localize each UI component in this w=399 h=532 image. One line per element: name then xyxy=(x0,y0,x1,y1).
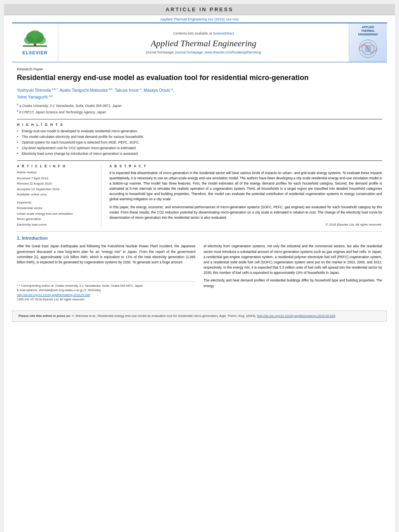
intro-col2-para2: The electricity and heat demand profiles… xyxy=(204,278,382,288)
article-history-label: Article history: xyxy=(17,170,95,174)
intro-right-col: of electricity from cogeneration systems… xyxy=(204,244,382,302)
journal-thumb: APPLIEDTHERMALENGINEERING xyxy=(349,23,387,62)
footnote-email: E-mail address: shimoda@see.eng.osaka-u.… xyxy=(17,288,195,292)
sciencedirect-link[interactable]: ScienceDirect xyxy=(213,31,234,35)
doi-line: Applied Thermal Engineering xxx (2016) x… xyxy=(4,15,395,23)
abstract-title: A B S T R A C T xyxy=(109,164,382,168)
article-info-title: A R T I C L E I N F O xyxy=(17,164,95,168)
intro-title: 1. Introduction xyxy=(17,236,382,240)
citation-doi-link[interactable]: http://dx.doi.org/10.1016/j.applthermale… xyxy=(257,314,335,318)
research-paper-label: Research Paper xyxy=(17,67,382,71)
intro-col1-para1: After the Great East Japan Earthquake an… xyxy=(17,244,195,265)
keywords-list: Residential sector Urban-scale energy en… xyxy=(17,205,95,227)
introduction-section: 1. Introduction After the Great East Jap… xyxy=(17,231,382,302)
contents-line: Contents lists available at ScienceDirec… xyxy=(173,31,234,35)
highlight-item: This model calculates electricity and he… xyxy=(17,135,382,140)
highlights-section: H I G H L I G H T S Energy end-use model… xyxy=(17,119,382,156)
abstract-text: It is expected that dissemination of mic… xyxy=(109,170,382,221)
abstract-col: A B S T R A C T It is expected that diss… xyxy=(109,164,382,228)
svg-point-4 xyxy=(29,30,41,38)
article-info-col: A R T I C L E I N F O Article history: R… xyxy=(17,164,101,228)
elsevier-tree-icon xyxy=(21,30,49,49)
svg-rect-5 xyxy=(34,44,36,46)
aip-banner: ARTICLE IN PRESS xyxy=(4,4,395,15)
affiliations: a a Osaka University, 2-1 Yamadaoka, Sui… xyxy=(17,103,382,115)
info-abstract-cols: A R T I C L E I N F O Article history: R… xyxy=(17,160,382,228)
highlight-item: City-level replacement cost for CO2 opti… xyxy=(17,146,382,151)
thumb-title: APPLIEDTHERMALENGINEERING xyxy=(358,25,378,36)
article-dates: Received 7 April 2016 Revised 22 August … xyxy=(17,176,95,197)
intro-col2-para1: of electricity from cogeneration systems… xyxy=(204,244,382,275)
keywords-title: Keywords: xyxy=(17,201,95,204)
main-content: Research Paper Residential energy end-us… xyxy=(4,62,395,306)
footnote-section: * * Corresponding author at: Osaka Unive… xyxy=(17,281,195,302)
expected-word: expected xyxy=(40,260,54,264)
journal-center: Contents lists available at ScienceDirec… xyxy=(58,23,349,62)
copyright-line: © 2016 Elsevier Ltd. All rights reserved… xyxy=(109,223,382,226)
journal-homepage: journal homepage: journal homepage: www.… xyxy=(146,50,261,54)
authors-line: Yoshiyuki Shimoda a,b,*, Ayako Taniguchi… xyxy=(17,87,382,101)
highlights-list: Energy end-use model is developed to eva… xyxy=(17,129,382,156)
citation-bar: Please cite this article in press as: Y.… xyxy=(12,310,387,322)
thumb-graphic-icon xyxy=(354,38,382,60)
doi-text: Applied Thermal Engineering xxx (2016) x… xyxy=(160,17,239,21)
footnote-doi1: http://dx.doi.org/10.1016/j.applthermale… xyxy=(17,293,195,297)
highlight-item: Optimal system for each household type i… xyxy=(17,140,382,145)
footnote-corresponding: * * Corresponding author at: Osaka Unive… xyxy=(17,283,195,288)
highlight-item: Energy end-use model is developed to eva… xyxy=(17,129,382,134)
intro-body-cols: After the Great East Japan Earthquake an… xyxy=(17,244,382,302)
journal-header: ELSEVIER Contents lists available at Sci… xyxy=(12,23,387,62)
aip-banner-text: ARTICLE IN PRESS xyxy=(166,6,234,12)
elsevier-label: ELSEVIER xyxy=(23,50,47,55)
highlight-item: Electricity load curve change by introdu… xyxy=(17,152,382,156)
page: ARTICLE IN PRESS Applied Thermal Enginee… xyxy=(4,4,395,532)
journal-title: Applied Thermal Engineering xyxy=(151,38,257,49)
elsevier-logo: ELSEVIER xyxy=(12,23,58,62)
footnote-issn: 1359-431 l/© 2016 Elsevier Ltd. All righ… xyxy=(17,297,195,302)
intro-left-col: After the Great East Japan Earthquake an… xyxy=(17,244,195,302)
highlights-title: H I G H L I G H T S xyxy=(17,123,382,127)
article-title: Residential energy end-use model as eval… xyxy=(17,73,382,82)
